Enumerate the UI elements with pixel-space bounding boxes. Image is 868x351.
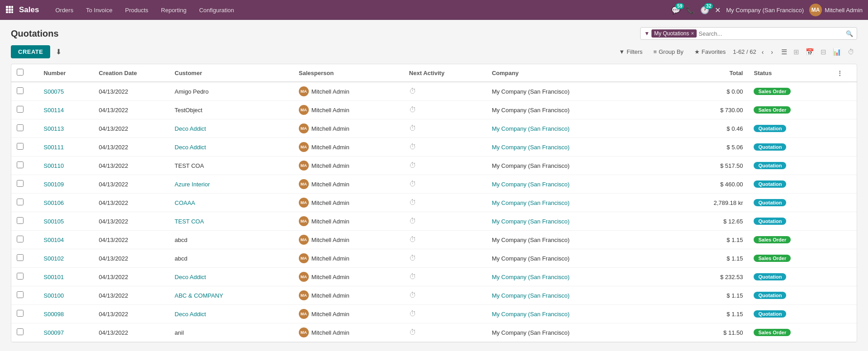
row-more[interactable] <box>831 157 857 175</box>
col-header-company[interactable]: Company <box>486 64 666 82</box>
row-checkbox[interactable] <box>17 217 24 224</box>
number-link[interactable]: S00109 <box>43 181 64 188</box>
row-number[interactable]: S00113 <box>38 119 93 138</box>
filter-remove-icon[interactable]: × <box>691 30 694 37</box>
activity-view-button[interactable]: ⏱ <box>845 46 857 58</box>
row-number[interactable]: S00105 <box>38 212 93 231</box>
col-header-salesperson[interactable]: Salesperson <box>293 64 404 82</box>
row-number[interactable]: S00106 <box>38 194 93 212</box>
row-customer[interactable]: Deco Addict <box>169 119 293 138</box>
row-more[interactable] <box>831 138 857 157</box>
row-more[interactable] <box>831 323 857 342</box>
graph-view-button[interactable]: 📊 <box>830 46 844 58</box>
row-customer[interactable]: Deco Addict <box>169 268 293 286</box>
col-header-status[interactable]: Status <box>748 64 831 82</box>
row-number[interactable]: S00075 <box>38 82 93 101</box>
row-activity[interactable]: ⏱ <box>404 231 486 249</box>
number-link[interactable]: S00100 <box>43 292 64 299</box>
phone-icon[interactable]: 📞 <box>686 6 695 14</box>
col-header-date[interactable]: Creation Date <box>94 64 170 82</box>
activity-clock-icon[interactable]: ⏱ <box>409 236 416 243</box>
row-activity[interactable]: ⏱ <box>404 268 486 286</box>
search-submit-icon[interactable]: 🔍 <box>846 30 853 37</box>
customer-link[interactable]: Deco Addict <box>175 144 206 151</box>
row-company[interactable]: My Company (San Francisco) <box>486 175 666 194</box>
row-customer[interactable]: Azure Interior <box>169 175 293 194</box>
row-more[interactable] <box>831 101 857 119</box>
activity-clock-icon[interactable]: ⏱ <box>409 87 416 95</box>
favorites-button[interactable]: ★ Favorites <box>691 47 729 57</box>
number-link[interactable]: S00105 <box>43 218 64 225</box>
row-checkbox[interactable] <box>17 328 24 335</box>
col-header-more[interactable]: ⋮ <box>831 64 857 82</box>
row-company[interactable]: My Company (San Francisco) <box>486 138 666 157</box>
customer-link[interactable]: TEST COA <box>175 218 204 225</box>
customer-link[interactable]: ABC & COMPANY <box>175 292 223 299</box>
row-number[interactable]: S00104 <box>38 231 93 249</box>
customer-link[interactable]: Deco Addict <box>175 311 206 318</box>
pivot-view-button[interactable]: ⊟ <box>818 46 829 58</box>
row-checkbox[interactable] <box>17 161 24 168</box>
activity-clock-icon[interactable]: ⏱ <box>409 328 416 336</box>
col-header-customer[interactable]: Customer <box>169 64 293 82</box>
row-more[interactable] <box>831 268 857 286</box>
row-checkbox[interactable] <box>17 291 24 298</box>
nav-configuration[interactable]: Configuration <box>193 4 239 16</box>
activity-clock-icon[interactable]: ⏱ <box>409 273 416 280</box>
row-company[interactable]: My Company (San Francisco) <box>486 286 666 305</box>
company-link[interactable]: My Company (San Francisco) <box>492 218 570 225</box>
row-number[interactable]: S00114 <box>38 101 93 119</box>
row-company[interactable]: My Company (San Francisco) <box>486 305 666 323</box>
activity-clock-icon[interactable]: ⏱ <box>409 217 416 225</box>
customer-link[interactable]: Azure Interior <box>175 181 210 188</box>
number-link[interactable]: S00102 <box>43 255 64 262</box>
number-link[interactable]: S00113 <box>43 125 64 132</box>
company-link[interactable]: My Company (San Francisco) <box>492 274 570 280</box>
row-more[interactable] <box>831 212 857 231</box>
nav-user[interactable]: MA Mitchell Admin <box>809 4 863 16</box>
company-link[interactable]: My Company (San Francisco) <box>492 125 570 132</box>
row-number[interactable]: S00097 <box>38 323 93 342</box>
number-link[interactable]: S00075 <box>43 88 64 95</box>
number-link[interactable]: S00101 <box>43 274 64 280</box>
number-link[interactable]: S00098 <box>43 311 64 318</box>
next-page-button[interactable]: › <box>769 47 775 57</box>
row-checkbox[interactable] <box>17 199 24 205</box>
select-all-checkbox[interactable] <box>17 69 24 76</box>
row-company[interactable]: My Company (San Francisco) <box>486 119 666 138</box>
nav-to-invoice[interactable]: To Invoice <box>80 4 118 16</box>
search-input[interactable] <box>698 30 844 37</box>
row-checkbox[interactable] <box>17 124 24 131</box>
row-more[interactable] <box>831 231 857 249</box>
company-link[interactable]: My Company (San Francisco) <box>492 311 570 318</box>
row-activity[interactable]: ⏱ <box>404 157 486 175</box>
close-icon[interactable]: ✕ <box>715 6 721 14</box>
col-header-number[interactable]: Number <box>38 64 93 82</box>
row-customer[interactable]: TEST COA <box>169 212 293 231</box>
row-customer[interactable]: Deco Addict <box>169 138 293 157</box>
apps-icon[interactable] <box>5 5 14 15</box>
row-activity[interactable]: ⏱ <box>404 101 486 119</box>
number-link[interactable]: S00114 <box>43 107 64 114</box>
row-customer[interactable]: Deco Addict <box>169 305 293 323</box>
row-checkbox[interactable] <box>17 236 24 242</box>
activity-clock-icon[interactable]: ⏱ <box>409 310 416 318</box>
company-link[interactable]: My Company (San Francisco) <box>492 199 570 206</box>
row-number[interactable]: S00110 <box>38 157 93 175</box>
number-link[interactable]: S00111 <box>43 144 64 151</box>
prev-page-button[interactable]: ‹ <box>760 47 766 57</box>
row-checkbox[interactable] <box>17 87 24 94</box>
row-checkbox[interactable] <box>17 310 24 317</box>
row-more[interactable] <box>831 119 857 138</box>
row-number[interactable]: S00101 <box>38 268 93 286</box>
row-activity[interactable]: ⏱ <box>404 212 486 231</box>
number-link[interactable]: S00110 <box>43 162 64 169</box>
row-number[interactable]: S00109 <box>38 175 93 194</box>
row-more[interactable] <box>831 249 857 268</box>
col-header-activity[interactable]: Next Activity <box>404 64 486 82</box>
row-activity[interactable]: ⏱ <box>404 249 486 268</box>
row-number[interactable]: S00102 <box>38 249 93 268</box>
row-customer[interactable]: ABC & COMPANY <box>169 286 293 305</box>
number-link[interactable]: S00106 <box>43 199 64 206</box>
group-by-button[interactable]: ≡ Group By <box>650 47 687 57</box>
